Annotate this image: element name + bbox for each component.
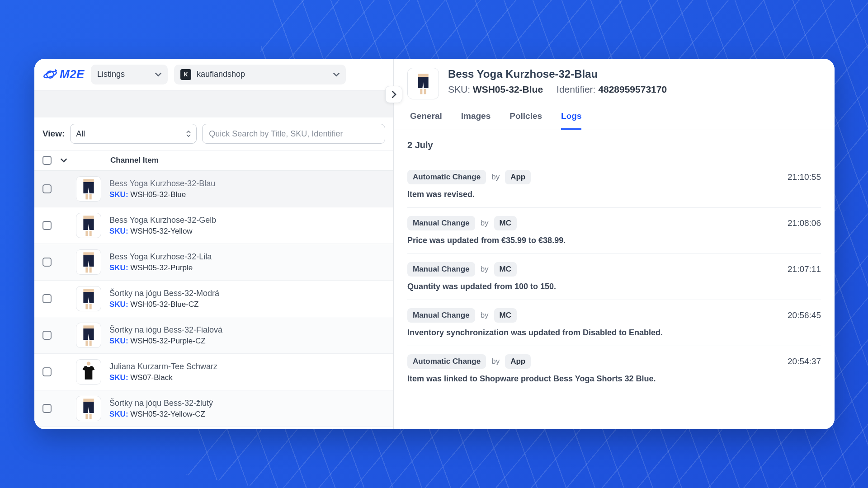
table-row[interactable]: Bess Yoga Kurzhose-32-LilaSKU: WSH05-32-…	[34, 244, 393, 281]
detail-header: Bess Yoga Kurzhose-32-Blau SKU: WSH05-32…	[394, 59, 835, 99]
log-date-heading: 2 July	[407, 140, 821, 157]
topbar: M2E Listings K kauflandshop	[34, 59, 393, 90]
sku-value: WSH05-32-Purple-CZ	[130, 337, 205, 345]
table-row[interactable]: Bess Yoga Kurzhose-32-BlauSKU: WSH05-32-…	[34, 171, 393, 207]
log-time: 21:08:06	[788, 218, 821, 228]
detail-title: Bess Yoga Kurzhose-32-Blau	[448, 68, 667, 80]
log-actor-badge: MC	[494, 216, 517, 230]
svg-rect-14	[90, 304, 92, 310]
sku-value: WSH05-32-Yellow-CZ	[130, 410, 205, 418]
stepper-icon	[186, 131, 191, 137]
row-checkbox[interactable]	[42, 331, 52, 340]
table-row[interactable]: Šortky na jóqu Bess-32-žlutýSKU: WSH05-3…	[34, 390, 393, 427]
collapse-panel-button[interactable]	[385, 86, 402, 103]
sku-label: SKU:	[109, 263, 128, 272]
log-actor-badge: App	[505, 354, 531, 369]
product-thumbnail	[76, 286, 101, 311]
listings-dropdown-label: Listings	[97, 70, 125, 79]
product-title: Šortky na jóqu Bess-32-žlutý	[109, 399, 213, 408]
svg-rect-6	[83, 216, 94, 219]
chevron-down-icon	[333, 71, 340, 78]
row-checkbox[interactable]	[42, 404, 52, 413]
log-message: Item was linked to Shopware product Bess…	[407, 374, 821, 384]
table-row[interactable]: Šortky na iógu Bess-32-FialováSKU: WSH05…	[34, 317, 393, 354]
chevron-right-icon	[391, 91, 396, 98]
log-by-label: by	[481, 265, 489, 274]
svg-rect-12	[83, 289, 94, 292]
log-time: 20:56:45	[788, 310, 821, 320]
log-message: Quantity was updated from 100 to 150.	[407, 282, 821, 291]
svg-rect-13	[85, 304, 88, 310]
svg-rect-17	[90, 341, 92, 346]
sku-value: WS07-Black	[130, 373, 173, 382]
sku-label: SKU:	[109, 410, 128, 418]
product-title: Bess Yoga Kurzhose-32-Gelb	[109, 216, 216, 225]
log-time: 20:54:37	[788, 357, 821, 366]
view-label: View:	[42, 129, 65, 139]
log-actor-badge: MC	[494, 308, 517, 323]
app-window: M2E Listings K kauflandshop View:	[34, 59, 835, 429]
sku-value: WSH05-32-Purple	[130, 263, 193, 272]
row-checkbox[interactable]	[42, 294, 52, 303]
svg-rect-7	[85, 231, 88, 236]
sku-label: SKU:	[109, 227, 128, 235]
svg-rect-4	[85, 194, 88, 200]
sku-label: SKU:	[109, 373, 128, 382]
kaufland-icon: K	[180, 69, 191, 80]
log-type-badge: Automatic Change	[407, 170, 486, 184]
svg-rect-3	[83, 179, 94, 182]
product-title: Bess Yoga Kurzhose-32-Lila	[109, 252, 212, 262]
sku-label: SKU:	[109, 190, 128, 199]
col-channel-item: Channel Item	[110, 156, 159, 165]
detail-sku-value: WSH05-32-Blue	[473, 84, 543, 94]
planet-icon	[42, 67, 58, 82]
row-checkbox[interactable]	[42, 367, 52, 376]
tab-logs[interactable]: Logs	[561, 111, 581, 130]
product-title: Šortky na jógu Bess-32-Modrá	[109, 289, 219, 298]
svg-rect-16	[85, 341, 88, 346]
svg-rect-19	[83, 399, 94, 402]
detail-thumbnail	[407, 68, 439, 99]
svg-rect-10	[85, 267, 88, 273]
svg-rect-22	[418, 74, 428, 77]
detail-identifier-label: Identifier:	[557, 84, 595, 94]
product-thumbnail	[76, 359, 101, 385]
table-row[interactable]: Šortky na jógu Bess-32-ModráSKU: WSH05-3…	[34, 281, 393, 317]
listings-dropdown[interactable]: Listings	[91, 65, 168, 84]
detail-sku-label: SKU:	[448, 84, 470, 94]
expand-all-toggle[interactable]	[60, 157, 68, 164]
row-checkbox[interactable]	[42, 184, 52, 193]
svg-rect-21	[90, 414, 92, 419]
filter-bar: View: All Quick Search by Title, SKU, Id…	[34, 117, 393, 150]
view-select[interactable]: All	[70, 124, 197, 144]
log-type-badge: Manual Change	[407, 216, 475, 230]
table-row[interactable]: Bess Yoga Kurzhose-32-GelbSKU: WSH05-32-…	[34, 207, 393, 244]
svg-rect-11	[90, 267, 92, 273]
detail-panel: Bess Yoga Kurzhose-32-Blau SKU: WSH05-32…	[394, 59, 835, 429]
table-row[interactable]: Juliana Kurzarm-Tee SchwarzSKU: WS07-Bla…	[34, 354, 393, 390]
brand-text: M2E	[60, 67, 85, 81]
shop-dropdown[interactable]: K kauflandshop	[174, 65, 346, 84]
log-by-label: by	[481, 219, 489, 228]
log-time: 21:10:55	[788, 172, 821, 182]
brand-logo: M2E	[42, 67, 85, 82]
tab-general[interactable]: General	[410, 111, 442, 130]
tab-policies[interactable]: Policies	[509, 111, 542, 130]
product-thumbnail	[76, 249, 101, 275]
tab-images[interactable]: Images	[461, 111, 491, 130]
select-all-checkbox[interactable]	[42, 156, 52, 165]
log-time: 21:07:11	[788, 264, 821, 274]
sku-label: SKU:	[109, 337, 128, 345]
log-by-label: by	[481, 311, 489, 320]
product-title: Šortky na iógu Bess-32-Fialová	[109, 325, 222, 335]
left-panel: M2E Listings K kauflandshop View:	[34, 59, 394, 429]
row-checkbox[interactable]	[42, 221, 52, 230]
log-entry: Manual ChangebyMC21:08:06Price was updat…	[407, 208, 821, 254]
sku-value: WSH05-32-Yellow	[130, 227, 192, 235]
svg-rect-9	[83, 252, 94, 255]
row-checkbox[interactable]	[42, 258, 52, 267]
detail-tabs: General Images Policies Logs	[394, 99, 835, 130]
search-input[interactable]: Quick Search by Title, SKU, Identifier	[202, 124, 385, 144]
product-thumbnail	[76, 176, 101, 202]
search-placeholder: Quick Search by Title, SKU, Identifier	[209, 129, 343, 139]
